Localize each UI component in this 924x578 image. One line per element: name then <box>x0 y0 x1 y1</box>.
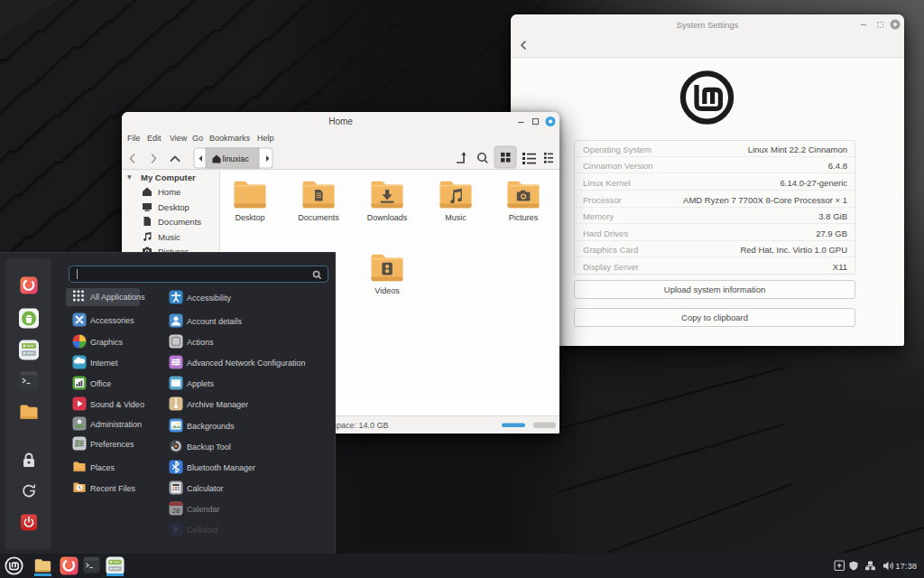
svg-text:linuxiac: linuxiac <box>223 154 250 163</box>
svg-text:28: 28 <box>172 507 180 515</box>
